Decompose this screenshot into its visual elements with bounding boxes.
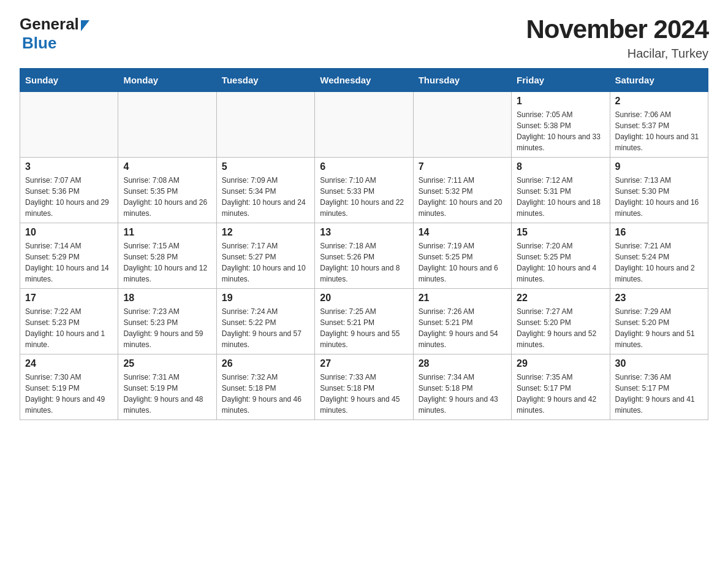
calendar-cell: 10Sunrise: 7:14 AM Sunset: 5:29 PM Dayli…: [20, 223, 118, 289]
day-info: Sunrise: 7:23 AM Sunset: 5:23 PM Dayligh…: [123, 306, 211, 350]
day-info: Sunrise: 7:11 AM Sunset: 5:32 PM Dayligh…: [419, 175, 506, 219]
day-info: Sunrise: 7:13 AM Sunset: 5:30 PM Dayligh…: [615, 175, 703, 219]
calendar-cell: 6Sunrise: 7:10 AM Sunset: 5:33 PM Daylig…: [315, 158, 413, 223]
day-number: 4: [123, 161, 211, 172]
logo-general-text: General: [20, 15, 79, 34]
day-info: Sunrise: 7:31 AM Sunset: 5:19 PM Dayligh…: [123, 372, 211, 416]
weekday-header-monday: Monday: [118, 69, 216, 92]
day-number: 9: [615, 161, 703, 172]
day-info: Sunrise: 7:17 AM Sunset: 5:27 PM Dayligh…: [222, 240, 309, 285]
calendar-cell: [216, 92, 314, 158]
calendar-cell: 9Sunrise: 7:13 AM Sunset: 5:30 PM Daylig…: [610, 158, 708, 223]
day-number: 13: [320, 227, 408, 238]
day-number: 6: [320, 161, 408, 172]
calendar-cell: 5Sunrise: 7:09 AM Sunset: 5:34 PM Daylig…: [216, 158, 314, 223]
calendar-cell: 4Sunrise: 7:08 AM Sunset: 5:35 PM Daylig…: [118, 158, 216, 223]
day-info: Sunrise: 7:36 AM Sunset: 5:17 PM Dayligh…: [615, 372, 703, 416]
page-header: General Blue November 2024 Hacilar, Turk…: [20, 15, 708, 61]
day-number: 18: [123, 293, 211, 304]
day-info: Sunrise: 7:27 AM Sunset: 5:20 PM Dayligh…: [517, 306, 604, 350]
calendar-cell: 23Sunrise: 7:29 AM Sunset: 5:20 PM Dayli…: [610, 289, 708, 354]
day-info: Sunrise: 7:29 AM Sunset: 5:20 PM Dayligh…: [615, 306, 703, 350]
day-number: 29: [517, 358, 604, 369]
day-info: Sunrise: 7:30 AM Sunset: 5:19 PM Dayligh…: [25, 372, 113, 416]
calendar-cell: [118, 92, 216, 158]
day-info: Sunrise: 7:10 AM Sunset: 5:33 PM Dayligh…: [320, 175, 408, 219]
calendar-cell: 15Sunrise: 7:20 AM Sunset: 5:25 PM Dayli…: [512, 223, 610, 289]
day-number: 14: [419, 227, 506, 238]
calendar-cell: 14Sunrise: 7:19 AM Sunset: 5:25 PM Dayli…: [413, 223, 511, 289]
day-number: 20: [320, 293, 408, 304]
day-info: Sunrise: 7:22 AM Sunset: 5:23 PM Dayligh…: [25, 306, 113, 350]
day-info: Sunrise: 7:32 AM Sunset: 5:18 PM Dayligh…: [222, 372, 309, 416]
day-number: 26: [222, 358, 309, 369]
day-info: Sunrise: 7:15 AM Sunset: 5:28 PM Dayligh…: [123, 240, 211, 285]
calendar-week-row: 1Sunrise: 7:05 AM Sunset: 5:38 PM Daylig…: [20, 92, 708, 158]
calendar-week-row: 24Sunrise: 7:30 AM Sunset: 5:19 PM Dayli…: [20, 354, 708, 420]
calendar-cell: 13Sunrise: 7:18 AM Sunset: 5:26 PM Dayli…: [315, 223, 413, 289]
day-info: Sunrise: 7:24 AM Sunset: 5:22 PM Dayligh…: [222, 306, 309, 350]
calendar-week-row: 10Sunrise: 7:14 AM Sunset: 5:29 PM Dayli…: [20, 223, 708, 289]
calendar-cell: 30Sunrise: 7:36 AM Sunset: 5:17 PM Dayli…: [610, 354, 708, 420]
day-info: Sunrise: 7:33 AM Sunset: 5:18 PM Dayligh…: [320, 372, 408, 416]
calendar-table: SundayMondayTuesdayWednesdayThursdayFrid…: [20, 68, 708, 420]
calendar-cell: [315, 92, 413, 158]
day-number: 30: [615, 358, 703, 369]
calendar-cell: [413, 92, 511, 158]
day-info: Sunrise: 7:08 AM Sunset: 5:35 PM Dayligh…: [123, 175, 211, 219]
day-info: Sunrise: 7:25 AM Sunset: 5:21 PM Dayligh…: [320, 306, 408, 350]
day-number: 28: [419, 358, 506, 369]
day-number: 3: [25, 161, 113, 172]
day-info: Sunrise: 7:14 AM Sunset: 5:29 PM Dayligh…: [25, 240, 113, 285]
day-info: Sunrise: 7:09 AM Sunset: 5:34 PM Dayligh…: [222, 175, 309, 219]
day-number: 22: [517, 293, 604, 304]
page-title: November 2024: [526, 15, 708, 44]
day-number: 15: [517, 227, 604, 238]
calendar-cell: 18Sunrise: 7:23 AM Sunset: 5:23 PM Dayli…: [118, 289, 216, 354]
day-info: Sunrise: 7:12 AM Sunset: 5:31 PM Dayligh…: [517, 175, 604, 219]
day-number: 2: [615, 96, 703, 107]
calendar-cell: 24Sunrise: 7:30 AM Sunset: 5:19 PM Dayli…: [20, 354, 118, 420]
calendar-cell: 3Sunrise: 7:07 AM Sunset: 5:36 PM Daylig…: [20, 158, 118, 223]
day-number: 27: [320, 358, 408, 369]
day-number: 12: [222, 227, 309, 238]
day-number: 17: [25, 293, 113, 304]
day-info: Sunrise: 7:21 AM Sunset: 5:24 PM Dayligh…: [615, 240, 703, 285]
day-info: Sunrise: 7:20 AM Sunset: 5:25 PM Dayligh…: [517, 240, 604, 285]
weekday-header-wednesday: Wednesday: [315, 69, 413, 92]
calendar-cell: 19Sunrise: 7:24 AM Sunset: 5:22 PM Dayli…: [216, 289, 314, 354]
calendar-cell: 21Sunrise: 7:26 AM Sunset: 5:21 PM Dayli…: [413, 289, 511, 354]
calendar-cell: 29Sunrise: 7:35 AM Sunset: 5:17 PM Dayli…: [512, 354, 610, 420]
weekday-header-saturday: Saturday: [610, 69, 708, 92]
day-number: 19: [222, 293, 309, 304]
logo-blue-text: Blue: [22, 34, 56, 53]
calendar-cell: 27Sunrise: 7:33 AM Sunset: 5:18 PM Dayli…: [315, 354, 413, 420]
calendar-cell: 2Sunrise: 7:06 AM Sunset: 5:37 PM Daylig…: [610, 92, 708, 158]
calendar-cell: 28Sunrise: 7:34 AM Sunset: 5:18 PM Dayli…: [413, 354, 511, 420]
logo: General Blue: [20, 15, 89, 53]
weekday-header-row: SundayMondayTuesdayWednesdayThursdayFrid…: [20, 69, 708, 92]
calendar-cell: 12Sunrise: 7:17 AM Sunset: 5:27 PM Dayli…: [216, 223, 314, 289]
day-number: 5: [222, 161, 309, 172]
calendar-cell: 8Sunrise: 7:12 AM Sunset: 5:31 PM Daylig…: [512, 158, 610, 223]
day-info: Sunrise: 7:18 AM Sunset: 5:26 PM Dayligh…: [320, 240, 408, 285]
day-number: 7: [419, 161, 506, 172]
calendar-cell: 17Sunrise: 7:22 AM Sunset: 5:23 PM Dayli…: [20, 289, 118, 354]
day-number: 16: [615, 227, 703, 238]
weekday-header-thursday: Thursday: [413, 69, 511, 92]
weekday-header-friday: Friday: [512, 69, 610, 92]
day-info: Sunrise: 7:07 AM Sunset: 5:36 PM Dayligh…: [25, 175, 113, 219]
day-number: 21: [419, 293, 506, 304]
day-number: 25: [123, 358, 211, 369]
title-block: November 2024 Hacilar, Turkey: [526, 15, 708, 61]
calendar-cell: 26Sunrise: 7:32 AM Sunset: 5:18 PM Dayli…: [216, 354, 314, 420]
calendar-cell: 25Sunrise: 7:31 AM Sunset: 5:19 PM Dayli…: [118, 354, 216, 420]
day-number: 24: [25, 358, 113, 369]
day-number: 23: [615, 293, 703, 304]
calendar-cell: [20, 92, 118, 158]
calendar-cell: 20Sunrise: 7:25 AM Sunset: 5:21 PM Dayli…: [315, 289, 413, 354]
day-number: 10: [25, 227, 113, 238]
calendar-cell: 7Sunrise: 7:11 AM Sunset: 5:32 PM Daylig…: [413, 158, 511, 223]
day-info: Sunrise: 7:26 AM Sunset: 5:21 PM Dayligh…: [419, 306, 506, 350]
calendar-week-row: 17Sunrise: 7:22 AM Sunset: 5:23 PM Dayli…: [20, 289, 708, 354]
